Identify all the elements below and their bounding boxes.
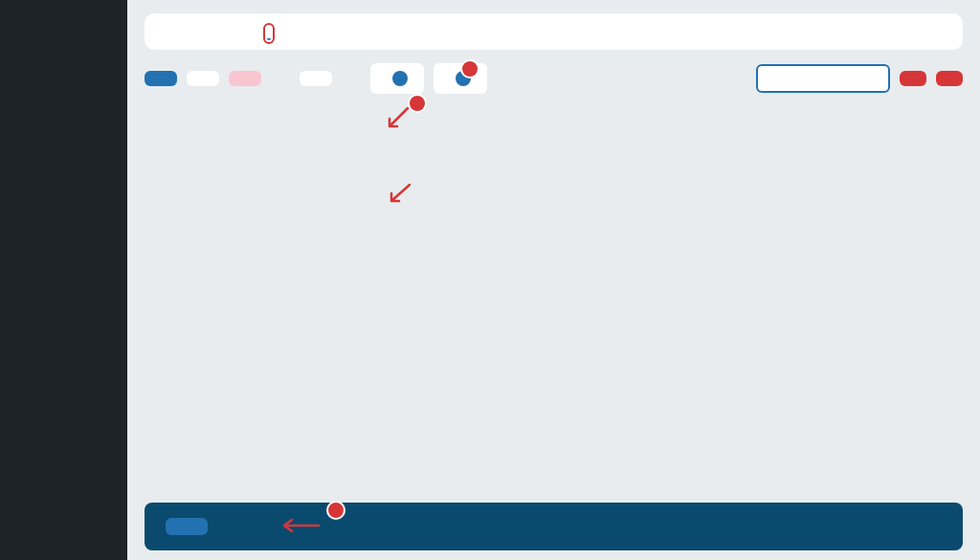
filter-free[interactable] <box>187 71 219 86</box>
deactivate-all-button[interactable] <box>936 71 963 86</box>
filter-by-page[interactable] <box>300 71 332 86</box>
main-content <box>127 0 980 560</box>
annotation-3 <box>326 501 345 520</box>
tab-license[interactable] <box>347 28 351 39</box>
tab-wc-widgets[interactable] <box>227 28 231 39</box>
activate-all-button[interactable] <box>900 71 926 86</box>
tab-edd-widgets[interactable] <box>267 27 271 40</box>
tab-other-widgets[interactable] <box>307 28 311 39</box>
tab-dashboard[interactable] <box>187 28 190 39</box>
filter-used[interactable] <box>370 63 424 94</box>
filter-used-count <box>392 71 408 86</box>
wp-admin-sidebar <box>0 0 127 560</box>
annotation-arrow-2b <box>386 182 414 207</box>
search-input[interactable] <box>756 64 890 93</box>
annotation-2 <box>408 94 427 113</box>
tabs-bar <box>145 13 963 50</box>
filters-bar <box>145 63 963 94</box>
save-settings-button[interactable] <box>166 518 208 535</box>
annotation-1 <box>460 59 479 78</box>
annotation-arrow-2 <box>384 105 412 134</box>
filter-all[interactable] <box>145 71 177 86</box>
footer-bar <box>145 503 963 550</box>
filter-pro[interactable] <box>229 71 261 86</box>
annotation-arrow-3 <box>277 516 323 535</box>
